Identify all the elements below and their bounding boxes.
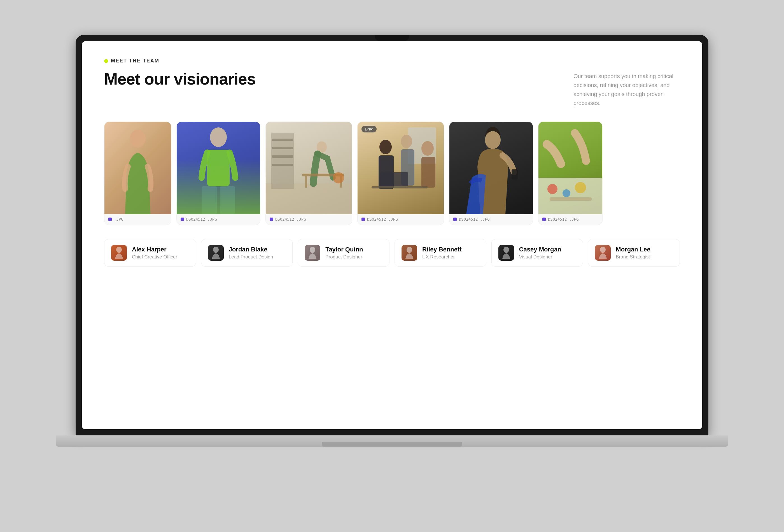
member-name: Taylor Quinn <box>325 246 363 253</box>
svg-rect-8 <box>272 147 293 149</box>
file-dot-icon <box>108 218 112 221</box>
screen-content: MEET THE TEAM Meet our visionaries Our t… <box>82 41 702 429</box>
avatar-riley-bennett <box>401 245 417 261</box>
svg-point-30 <box>575 182 586 193</box>
laptop-notch <box>375 35 409 40</box>
member-info-alex-harper: Alex Harper Chief Creative Officer <box>132 246 177 260</box>
svg-rect-2 <box>207 150 230 186</box>
member-info-jordan-blake: Jordan Blake Lead Product Design <box>229 246 273 260</box>
team-card-morgan-lee[interactable]: Morgan Lee Brand Strategist <box>588 239 680 267</box>
member-name: Alex Harper <box>132 246 177 253</box>
svg-rect-13 <box>305 176 307 188</box>
member-role: Brand Strategist <box>616 254 650 260</box>
photo-card-5[interactable]: DS024512 .JPG <box>449 121 533 225</box>
svg-point-25 <box>485 131 501 149</box>
file-dot-icon <box>270 218 273 221</box>
avatar-taylor-quinn <box>305 245 320 261</box>
file-dot-icon-6 <box>542 218 546 221</box>
photo-footer-2: DS024512 .JPG <box>177 214 260 225</box>
team-card-alex-harper[interactable]: Alex Harper Chief Creative Officer <box>104 239 196 267</box>
photo-filename-4: DS024512 .JPG <box>367 217 398 222</box>
photo-card-3[interactable]: DS024512 .JPG <box>265 121 352 225</box>
laptop-screen: MEET THE TEAM Meet our visionaries Our t… <box>82 41 702 429</box>
svg-point-15 <box>333 172 344 184</box>
member-role: Lead Product Design <box>229 254 273 260</box>
avatar-casey-morgan <box>498 245 514 261</box>
section-tag-label: MEET THE TEAM <box>111 58 159 64</box>
svg-point-1 <box>210 128 227 147</box>
svg-rect-6 <box>271 133 294 189</box>
member-role: Product Designer <box>325 254 363 260</box>
member-name: Morgan Lee <box>616 246 650 253</box>
photo-footer-6: DS024512 .JPG <box>538 214 602 225</box>
member-role: UX Researcher <box>422 254 462 260</box>
laptop-base <box>56 436 728 447</box>
svg-rect-31 <box>550 197 592 201</box>
page-description: Our team supports you in making critical… <box>573 69 680 108</box>
member-name: Jordan Blake <box>229 246 273 253</box>
svg-rect-23 <box>371 186 427 189</box>
member-role: Chief Creative Officer <box>132 254 177 260</box>
team-card-jordan-blake[interactable]: Jordan Blake Lead Product Design <box>201 239 293 267</box>
photo-card-6[interactable]: DS024512 .JPG <box>538 121 603 225</box>
file-dot-icon <box>362 218 365 221</box>
svg-point-35 <box>407 247 412 253</box>
team-card-taylor-quinn[interactable]: Taylor Quinn Product Designer <box>298 239 390 267</box>
photo-filename-6: DS024512 .JPG <box>548 217 579 222</box>
svg-point-0 <box>130 130 146 147</box>
svg-point-36 <box>503 247 509 253</box>
photo-filename-1: .JPG <box>114 217 123 222</box>
team-grid: Alex Harper Chief Creative Officer <box>104 239 680 267</box>
photo-card-1[interactable]: .JPG <box>104 121 171 225</box>
member-info-taylor-quinn: Taylor Quinn Product Designer <box>325 246 363 260</box>
member-info-morgan-lee: Morgan Lee Brand Strategist <box>616 246 650 260</box>
svg-point-32 <box>116 247 122 253</box>
member-role: Visual Designer <box>519 254 561 260</box>
photo-footer-3: DS024512 .JPG <box>266 214 352 225</box>
svg-point-28 <box>548 184 558 194</box>
svg-point-34 <box>310 247 315 253</box>
avatar-morgan-lee <box>595 245 611 261</box>
header-row: Meet our visionaries Our team supports y… <box>104 69 680 108</box>
svg-rect-4 <box>220 186 235 214</box>
file-dot-icon <box>180 218 184 221</box>
svg-point-29 <box>562 189 570 197</box>
drag-badge: Drag <box>362 126 376 133</box>
photo-footer-5: DS024512 .JPG <box>449 214 533 225</box>
photo-filename-5: DS024512 .JPG <box>459 217 490 222</box>
svg-rect-9 <box>272 156 293 158</box>
section-tag: MEET THE TEAM <box>104 58 680 64</box>
photo-card-2[interactable]: DS024512 .JPG <box>176 121 260 225</box>
svg-rect-27 <box>538 178 602 214</box>
svg-rect-7 <box>272 139 293 141</box>
avatar-alex-harper <box>111 245 127 261</box>
svg-rect-26 <box>511 169 518 179</box>
laptop-shell: MEET THE TEAM Meet our visionaries Our t… <box>56 35 728 497</box>
svg-rect-10 <box>272 164 293 166</box>
svg-rect-3 <box>202 186 217 214</box>
photos-carousel[interactable]: .JPG <box>104 121 680 225</box>
svg-point-19 <box>401 135 412 148</box>
avatar-jordan-blake <box>208 245 224 261</box>
file-dot-icon <box>453 218 457 221</box>
svg-point-37 <box>600 247 606 253</box>
screen-bezel: MEET THE TEAM Meet our visionaries Our t… <box>76 35 708 436</box>
member-name: Riley Bennett <box>422 246 462 253</box>
member-name: Casey Morgan <box>519 246 561 253</box>
photo-footer-1: .JPG <box>105 214 171 225</box>
member-info-riley-bennett: Riley Bennett UX Researcher <box>422 246 462 260</box>
page-title: Meet our visionaries <box>104 69 256 88</box>
photo-card-4[interactable]: Drag <box>357 121 444 225</box>
svg-point-21 <box>421 141 434 156</box>
photo-filename-2: DS024512 .JPG <box>186 217 217 222</box>
svg-rect-22 <box>421 157 436 188</box>
team-card-riley-bennett[interactable]: Riley Bennett UX Researcher <box>394 239 486 267</box>
photo-filename-3: DS024512 .JPG <box>275 217 306 222</box>
member-info-casey-morgan: Casey Morgan Visual Designer <box>519 246 561 260</box>
svg-rect-24 <box>380 172 408 186</box>
tag-dot-icon <box>104 59 108 63</box>
team-card-casey-morgan[interactable]: Casey Morgan Visual Designer <box>492 239 583 267</box>
svg-point-33 <box>213 247 219 253</box>
photo-footer-4: DS024512 .JPG <box>358 214 444 225</box>
svg-point-17 <box>380 140 392 154</box>
